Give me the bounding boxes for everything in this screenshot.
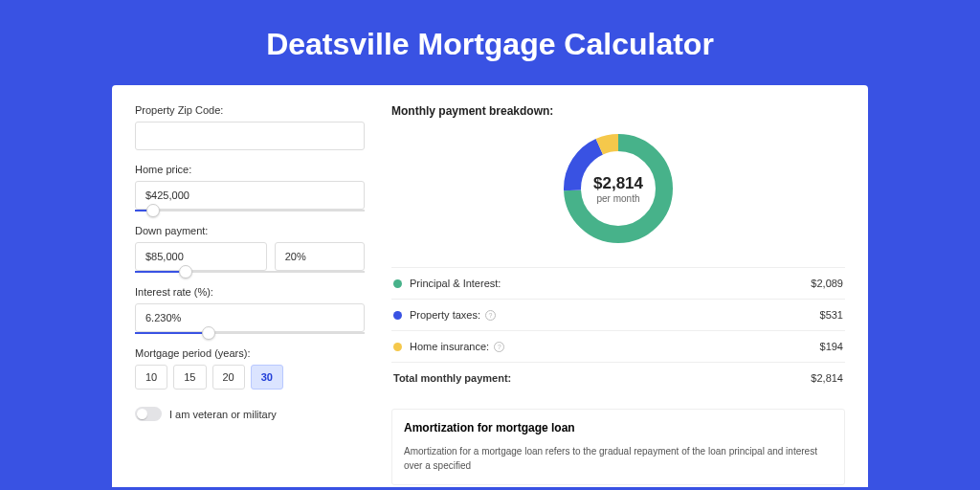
veteran-label: I am veteran or military bbox=[169, 409, 277, 420]
legend-row: Home insurance:?$194 bbox=[391, 331, 845, 363]
info-icon[interactable]: ? bbox=[494, 342, 504, 352]
price-field: Home price: bbox=[135, 164, 365, 212]
zip-label: Property Zip Code: bbox=[135, 104, 365, 116]
legend-dot bbox=[393, 343, 402, 351]
period-option-30[interactable]: 30 bbox=[251, 365, 283, 390]
rate-field: Interest rate (%): bbox=[135, 286, 365, 334]
period-option-15[interactable]: 15 bbox=[173, 365, 206, 390]
down-amount-input[interactable] bbox=[135, 242, 267, 271]
veteran-toggle[interactable] bbox=[135, 407, 162, 421]
legend-row: Principal & Interest:$2,089 bbox=[391, 268, 845, 300]
donut-amount: $2,814 bbox=[593, 174, 643, 193]
legend-dot bbox=[393, 311, 402, 320]
breakdown-title: Monthly payment breakdown: bbox=[391, 104, 845, 118]
legend: Principal & Interest:$2,089Property taxe… bbox=[391, 267, 845, 393]
breakdown-panel: Monthly payment breakdown: $2,814 per mo… bbox=[391, 104, 845, 468]
down-label: Down payment: bbox=[135, 225, 365, 236]
period-field: Mortgage period (years): 10152030 bbox=[135, 347, 365, 390]
amort-title: Amortization for mortgage loan bbox=[404, 421, 833, 434]
period-option-10[interactable]: 10 bbox=[135, 365, 167, 390]
legend-value: $194 bbox=[820, 341, 843, 352]
calculator-card: Property Zip Code: Home price: Down paym… bbox=[112, 85, 868, 487]
down-slider[interactable] bbox=[135, 271, 365, 273]
down-field: Down payment: bbox=[135, 225, 365, 273]
period-option-20[interactable]: 20 bbox=[212, 365, 245, 390]
period-label: Mortgage period (years): bbox=[135, 347, 365, 359]
price-label: Home price: bbox=[135, 164, 365, 175]
legend-label: Principal & Interest: bbox=[410, 278, 811, 289]
legend-value: $531 bbox=[820, 309, 843, 321]
legend-dot bbox=[393, 279, 402, 288]
price-slider[interactable] bbox=[135, 210, 365, 212]
legend-value: $2,089 bbox=[811, 278, 843, 289]
down-pct-input[interactable] bbox=[275, 242, 365, 271]
price-input[interactable] bbox=[135, 181, 365, 210]
total-label: Total monthly payment: bbox=[393, 372, 811, 384]
amort-text: Amortization for a mortgage loan refers … bbox=[404, 444, 833, 473]
legend-total-row: Total monthly payment:$2,814 bbox=[391, 363, 845, 393]
rate-label: Interest rate (%): bbox=[135, 286, 365, 298]
rate-slider[interactable] bbox=[135, 332, 365, 334]
veteran-row: I am veteran or military bbox=[135, 407, 365, 421]
zip-field: Property Zip Code: bbox=[135, 104, 365, 150]
donut-chart: $2,814 per month bbox=[391, 129, 845, 248]
info-icon[interactable]: ? bbox=[485, 310, 496, 321]
donut-sub: per month bbox=[596, 193, 639, 204]
legend-label: Property taxes:? bbox=[410, 309, 820, 321]
legend-label: Home insurance:? bbox=[410, 341, 820, 352]
amortization-section: Amortization for mortgage loan Amortizat… bbox=[391, 409, 845, 485]
legend-row: Property taxes:?$531 bbox=[391, 300, 845, 331]
total-value: $2,814 bbox=[811, 372, 843, 384]
zip-input[interactable] bbox=[135, 122, 365, 150]
rate-input[interactable] bbox=[135, 303, 365, 332]
form-panel: Property Zip Code: Home price: Down paym… bbox=[135, 104, 365, 468]
page-title: Deatsville Mortgage Calculator bbox=[0, 0, 980, 85]
